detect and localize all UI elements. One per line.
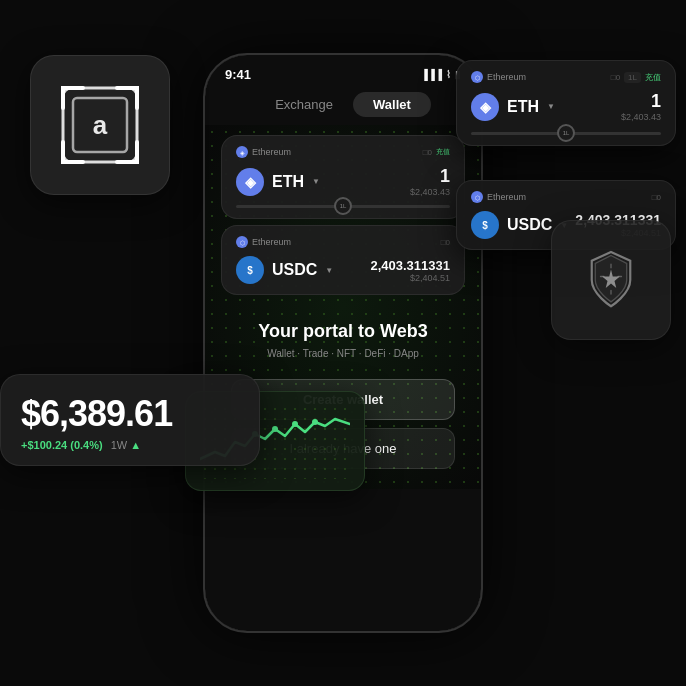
portal-title: Your portal to Web3	[231, 321, 455, 342]
eth-slider[interactable]: 1L	[471, 132, 661, 135]
float-card-eth: ⬡ Ethereum □0 1L 充值 ◈ ETH ▼ 1 $2,403.43 …	[456, 60, 676, 146]
phone-eth-info: □0 充值	[423, 147, 450, 157]
svg-point-6	[272, 426, 278, 432]
tab-bar: Exchange Wallet	[205, 88, 481, 125]
phone-eth-name: ETH	[272, 173, 304, 191]
eth-token-icon: ◈	[471, 93, 499, 121]
usdc-chain-icon: ⬡	[471, 191, 483, 203]
phone-eth-token: ◈ ETH ▼	[236, 168, 320, 196]
wifi-icon: ⌇	[446, 69, 451, 80]
price-main: $6,389.61	[21, 393, 239, 435]
phone-usdc-name: USDC	[272, 261, 317, 279]
phone-eth-icon: ◈	[236, 168, 264, 196]
phone-eth-chain: ◈ Ethereum	[236, 146, 291, 158]
usdc-token-name: USDC	[507, 216, 552, 234]
eth-chain-label: ⬡ Ethereum	[471, 71, 526, 83]
usdc-token-icon: $	[471, 211, 499, 239]
tab-wallet[interactable]: Wallet	[353, 92, 431, 117]
phone-usdc-chain-icon: ⬡	[236, 236, 248, 248]
phone-eth-slider-thumb[interactable]: 1L	[334, 197, 352, 215]
float-card-crypto: a	[30, 55, 170, 195]
phone-eth-slider[interactable]: 1L	[236, 205, 450, 208]
svg-text:a: a	[93, 110, 108, 140]
shield-icon	[576, 245, 646, 315]
phone-eth-chain-icon: ◈	[236, 146, 248, 158]
eth-chevron: ▼	[547, 102, 555, 111]
eth-token-info: ◈ ETH ▼	[471, 93, 555, 121]
price-period: 1W ▲	[111, 439, 141, 451]
eth-token-name: ETH	[507, 98, 539, 116]
signal-icon: ▐▐▐	[421, 69, 442, 80]
phone-usdc-chain: ⬡ Ethereum	[236, 236, 291, 248]
usdc-chain-label: ⬡ Ethereum	[471, 191, 526, 203]
phone: 9:41 ▐▐▐ ⌇ ▮ Exchange Wallet	[203, 53, 483, 633]
phone-usdc-token: $ USDC ▼	[236, 256, 333, 284]
eth-slider-thumb[interactable]: 1L	[557, 124, 575, 142]
svg-point-8	[312, 419, 318, 425]
tab-exchange[interactable]: Exchange	[255, 92, 353, 117]
scene: a ⬡ Ethereum □0 1L 充值 ◈ ETH ▼ 1 $2,403.4…	[0, 0, 686, 686]
float-card-price: $6,389.61 +$100.24 (0.4%) 1W ▲	[0, 374, 260, 466]
price-sub: +$100.24 (0.4%) 1W ▲	[21, 439, 239, 451]
float-card-shield	[551, 220, 671, 340]
phone-eth-amount: 1 $2,403.43	[410, 166, 450, 197]
portal-subtitle: Wallet · Trade · NFT · DeFi · DApp	[231, 348, 455, 359]
eth-amount: 1 $2,403.43	[621, 91, 661, 122]
eth-chain-icon: ⬡	[471, 71, 483, 83]
phone-usdc-info: □0	[441, 238, 450, 247]
usdc-card-info: □0	[652, 193, 661, 202]
status-time: 9:41	[225, 67, 251, 82]
price-change: +$100.24 (0.4%)	[21, 439, 103, 451]
status-bar: 9:41 ▐▐▐ ⌇ ▮	[205, 55, 481, 88]
phone-eth-card: ◈ Ethereum □0 充值 ◈ ETH ▼	[221, 135, 465, 219]
phone-usdc-icon: $	[236, 256, 264, 284]
svg-point-7	[292, 421, 298, 427]
status-icons: ▐▐▐ ⌇ ▮	[421, 69, 461, 80]
phone-usdc-amount: 2,403.311331 $2,404.51	[370, 258, 450, 283]
phone-usdc-card: ⬡ Ethereum □0 $ USDC ▼	[221, 225, 465, 295]
eth-card-info: □0 1L 充值	[611, 72, 661, 83]
